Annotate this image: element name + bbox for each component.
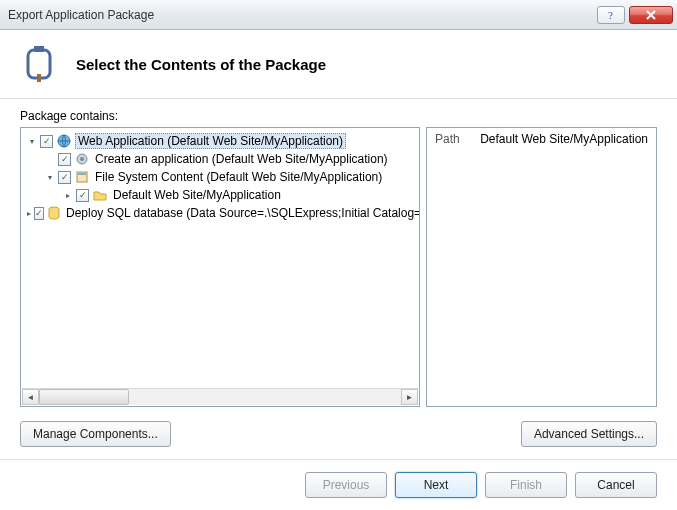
tree-node[interactable]: ▾✓File System Content (Default Web Site/… [25,168,415,186]
tree-checkbox[interactable]: ✓ [40,135,53,148]
tree-node-label[interactable]: Create an application (Default Web Site/… [93,152,390,166]
tree-node-label[interactable]: Deploy SQL database (Data Source=.\SQLEx… [64,206,419,220]
contents-tree[interactable]: ▾✓Web Application (Default Web Site/MyAp… [20,127,420,407]
finish-button[interactable]: Finish [485,472,567,498]
help-button[interactable]: ? [597,6,625,24]
window-title: Export Application Package [8,8,593,22]
filesystem-icon [74,169,90,185]
expander-expand-icon[interactable]: ▸ [63,191,73,200]
svg-rect-5 [37,74,41,82]
tree-node[interactable]: ▸✓Default Web Site/MyApplication [25,186,415,204]
detail-value: Default Web Site/MyApplication [480,132,648,146]
horizontal-scrollbar[interactable]: ◄ ► [22,388,418,405]
tree-node[interactable]: ✓Create an application (Default Web Site… [25,150,415,168]
tree-node-label[interactable]: Default Web Site/MyApplication [111,188,283,202]
gear-icon [74,151,90,167]
close-button[interactable] [629,6,673,24]
svg-text:?: ? [608,9,613,21]
scroll-right-button[interactable]: ► [401,389,418,405]
wizard-header: Select the Contents of the Package [0,30,677,99]
tree-node[interactable]: ▸✓Deploy SQL database (Data Source=.\SQL… [25,204,415,222]
folder-icon [92,187,108,203]
package-contains-label: Package contains: [20,109,657,123]
svg-rect-10 [78,173,86,175]
cancel-button[interactable]: Cancel [575,472,657,498]
tree-checkbox[interactable]: ✓ [58,153,71,166]
page-heading: Select the Contents of the Package [76,56,326,73]
svg-rect-3 [28,50,50,78]
expander-collapse-icon[interactable]: ▾ [45,173,55,182]
detail-panel: Path Default Web Site/MyApplication [426,127,657,407]
tree-checkbox[interactable]: ✓ [34,207,44,220]
advanced-settings-button[interactable]: Advanced Settings... [521,421,657,447]
globe-icon [56,133,72,149]
tree-node[interactable]: ▾✓Web Application (Default Web Site/MyAp… [25,132,415,150]
tree-node-label[interactable]: File System Content (Default Web Site/My… [93,170,384,184]
next-button[interactable]: Next [395,472,477,498]
package-icon [20,44,60,84]
manage-components-button[interactable]: Manage Components... [20,421,171,447]
titlebar: Export Application Package ? [0,0,677,30]
detail-key: Path [435,132,460,146]
tree-node-label[interactable]: Web Application (Default Web Site/MyAppl… [75,133,346,149]
tree-checkbox[interactable]: ✓ [76,189,89,202]
scroll-thumb[interactable] [39,389,129,405]
expander-collapse-icon[interactable]: ▾ [27,137,37,146]
database-icon [47,205,61,221]
tree-checkbox[interactable]: ✓ [58,171,71,184]
wizard-footer: Previous Next Finish Cancel [0,459,677,510]
svg-rect-4 [34,46,44,52]
previous-button[interactable]: Previous [305,472,387,498]
svg-point-8 [80,157,84,161]
expander-expand-icon[interactable]: ▸ [27,209,31,218]
scroll-left-button[interactable]: ◄ [22,389,39,405]
